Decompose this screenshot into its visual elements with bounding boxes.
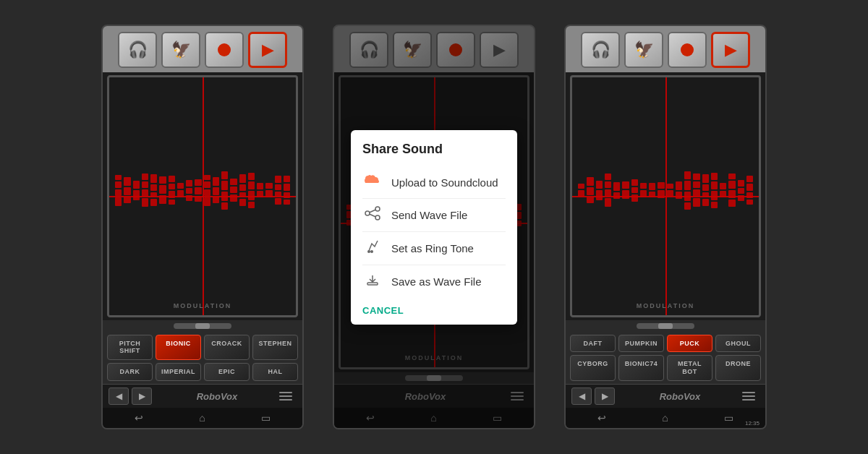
ringtone-option-icon [362, 239, 383, 257]
slider-container [103, 320, 302, 332]
modulation-label: MODULATION [174, 302, 231, 309]
voice-btn-cyborg[interactable]: CYBORG [570, 355, 616, 381]
voice-grid: DAFTPUMPKINPUCKGHOULCYBORGBIONIC74METAL … [566, 332, 765, 384]
voice-btn-bionic74[interactable]: BIONIC74 [618, 355, 664, 381]
voice-btn-puck[interactable]: PUCK [667, 335, 712, 353]
voice-btn-stephen[interactable]: STEPHEN [252, 335, 298, 361]
soundcloud-option[interactable]: Upload to Soundcloud [362, 167, 506, 199]
voice-btn-hal[interactable]: HAL [252, 363, 298, 381]
voice-btn-epic[interactable]: EPIC [204, 363, 250, 381]
headphones-button[interactable]: 🎧 [118, 32, 157, 68]
voice-btn-pumpkin[interactable]: PUMPKIN [618, 335, 664, 353]
bird-icon: 🦅 [171, 40, 191, 59]
menu-line [742, 392, 755, 393]
record-icon [681, 43, 694, 56]
svg-point-1 [365, 211, 370, 215]
svg-point-6 [370, 250, 373, 253]
app-name: RoboVox [618, 391, 742, 402]
status-time: 12:35 [745, 420, 760, 427]
bird-button[interactable]: 🦅 [624, 32, 663, 68]
save-wave-option-text: Save as Wave File [391, 275, 482, 288]
voice-btn-imperial[interactable]: IMPERIAL [156, 363, 201, 381]
android-nav: ↩⌂▭ [103, 408, 302, 428]
home-button[interactable]: ⌂ [199, 412, 205, 424]
voice-btn-croack[interactable]: CROACK [204, 335, 250, 361]
ringtone-option-text: Set as Ring Tone [391, 242, 474, 254]
toolbar: 🎧🦅▶ [566, 26, 765, 72]
record-button[interactable] [205, 32, 244, 68]
menu-line [279, 395, 292, 397]
bird-button[interactable]: 🦅 [161, 32, 200, 68]
play-icon: ▶ [262, 40, 274, 59]
save-wave-option[interactable]: Save as Wave File [362, 265, 506, 298]
soundcloud-option-icon [362, 174, 383, 191]
slider-thumb[interactable] [658, 323, 673, 329]
ringtone-option[interactable]: Set as Ring Tone [362, 232, 506, 265]
right-screen: 🎧🦅▶MODULATIONDAFTPUMPKINPUCKGHOULCYBORGB… [564, 25, 767, 429]
home-button[interactable]: ⌂ [662, 412, 668, 424]
recents-button[interactable]: ▭ [724, 412, 733, 424]
modulation-label: MODULATION [637, 302, 694, 309]
headphones-button[interactable]: 🎧 [581, 32, 620, 68]
cancel-button[interactable]: CANCEL [362, 298, 404, 319]
slider-thumb[interactable] [195, 323, 210, 329]
record-button[interactable] [668, 32, 707, 68]
play-button[interactable]: ▶ [248, 32, 287, 68]
svg-line-4 [370, 214, 376, 217]
voice-grid: PITCH SHIFTBIONICCROACKSTEPHENDARKIMPERI… [103, 332, 302, 384]
voice-btn-ghoul[interactable]: GHOUL [715, 335, 761, 353]
toolbar: 🎧🦅▶ [103, 26, 302, 72]
middle-screen: 🎧🦅▶MODULATIONRoboVox↩⌂▭Share SoundUpload… [333, 25, 535, 429]
left-screen: 🎧🦅▶MODULATIONPITCH SHIFTBIONICCROACKSTEP… [101, 25, 304, 429]
menu-line [742, 399, 755, 401]
dialog-title: Share Sound [362, 142, 506, 157]
record-icon [218, 43, 231, 56]
headphones-icon: 🎧 [128, 40, 148, 59]
visualizer: MODULATION [570, 75, 761, 317]
play-icon: ▶ [725, 40, 737, 59]
share-dialog: Share SoundUpload to SoundcloudSend Wave… [351, 130, 517, 325]
voice-btn-daft[interactable]: DAFT [570, 335, 616, 353]
menu-button[interactable] [279, 387, 297, 405]
headphones-icon: 🎧 [591, 40, 610, 59]
back-button[interactable]: ↩ [135, 412, 143, 424]
svg-point-2 [375, 215, 380, 220]
slider-track[interactable] [637, 323, 694, 329]
prev-button[interactable]: ◀ [571, 387, 592, 405]
recents-button[interactable]: ▭ [261, 412, 271, 424]
voice-btn-drone[interactable]: DRONE [715, 355, 761, 381]
android-nav: ↩⌂▭12:35 [566, 408, 765, 428]
save-wave-option-icon [362, 273, 383, 291]
send-wave-option-icon [362, 206, 383, 224]
screens-container: 🎧🦅▶MODULATIONPITCH SHIFTBIONICCROACKSTEP… [0, 0, 868, 454]
dialog-overlay: Share SoundUpload to SoundcloudSend Wave… [334, 26, 534, 428]
send-wave-option[interactable]: Send Wave File [362, 199, 506, 232]
play-button[interactable]: ▶ [711, 32, 750, 68]
app-name: RoboVox [155, 391, 279, 402]
next-button[interactable]: ▶ [595, 387, 615, 405]
voice-btn-dark[interactable]: DARK [107, 363, 153, 381]
next-button[interactable]: ▶ [132, 387, 152, 405]
svg-rect-7 [367, 283, 378, 285]
svg-point-5 [367, 250, 370, 253]
bottom-bar: ◀▶RoboVox [566, 384, 765, 408]
send-wave-option-text: Send Wave File [391, 209, 467, 221]
menu-line [742, 395, 755, 397]
voice-btn-metal-bot[interactable]: METAL BOT [667, 355, 712, 381]
voice-btn-bionic[interactable]: BIONIC [156, 335, 201, 361]
prev-button[interactable]: ◀ [109, 387, 129, 405]
soundcloud-option-text: Upload to Soundcloud [391, 176, 498, 189]
menu-button[interactable] [742, 387, 760, 405]
svg-line-3 [370, 210, 376, 213]
menu-line [279, 392, 292, 393]
back-button[interactable]: ↩ [597, 412, 606, 424]
svg-point-0 [375, 207, 380, 211]
voice-btn-pitch-shift[interactable]: PITCH SHIFT [107, 335, 153, 361]
menu-line [279, 399, 292, 401]
bird-icon: 🦅 [634, 40, 654, 59]
bottom-bar: ◀▶RoboVox [103, 384, 302, 408]
visualizer: MODULATION [107, 75, 298, 317]
slider-track[interactable] [174, 323, 231, 329]
slider-container [566, 320, 765, 332]
